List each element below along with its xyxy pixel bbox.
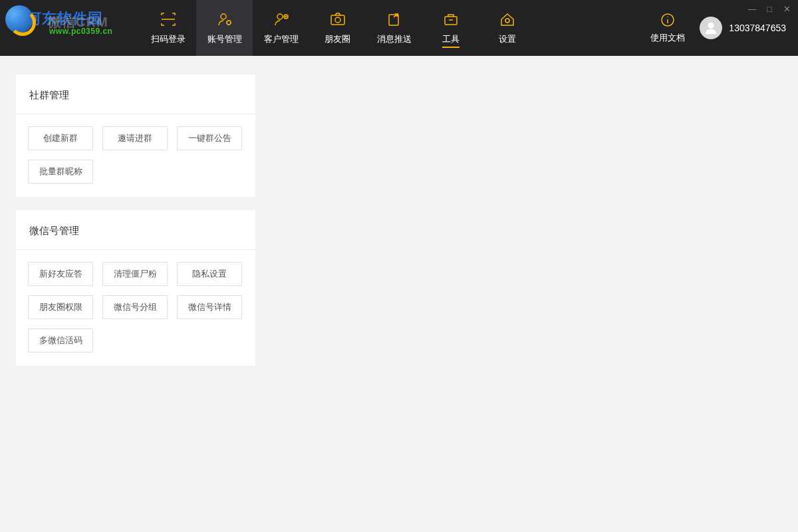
top-navbar: 河东软件园 微信CRM www.pc0359.cn 扫码登录 账号管理 客户管理 (0, 0, 798, 56)
user-gear-icon (215, 11, 234, 28)
info-icon (660, 12, 676, 28)
logo-area: 河东软件园 微信CRM www.pc0359.cn (0, 0, 140, 56)
btn-multi-livecode[interactable]: 多微信活码 (28, 329, 93, 352)
btn-group-announce[interactable]: 一键群公告 (177, 126, 242, 150)
nav-label: 朋友圈 (325, 33, 350, 45)
nav-moments[interactable]: 朋友圈 (309, 0, 366, 56)
avatar-icon (700, 17, 722, 39)
docs-link[interactable]: 使用文档 (650, 12, 685, 44)
svg-point-0 (221, 14, 226, 19)
tools-card: 社群管理 创建新群 邀请进群 一键群公告 批量群昵称 微信号管理 新好友应答 清… (16, 74, 255, 366)
nav-label: 扫码登录 (151, 33, 186, 45)
home-gear-icon (498, 11, 517, 28)
watermark-url: www.pc0359.cn (49, 27, 112, 36)
user-plus-icon (272, 11, 291, 28)
nav-tools[interactable]: 工具 (422, 0, 479, 56)
svg-rect-7 (445, 17, 457, 25)
camera-icon (329, 11, 347, 28)
btn-create-group[interactable]: 创建新群 (28, 126, 93, 150)
nav-label: 工具 (442, 33, 460, 48)
docs-label: 使用文档 (650, 32, 685, 44)
btn-clean-zombie[interactable]: 清理僵尸粉 (102, 262, 168, 286)
panel-community: 社群管理 创建新群 邀请进群 一键群公告 批量群昵称 (16, 74, 255, 197)
window-minimize-icon[interactable]: — (747, 4, 757, 13)
panel-title: 社群管理 (16, 74, 255, 114)
btn-privacy[interactable]: 隐私设置 (177, 262, 242, 286)
btn-batch-nickname[interactable]: 批量群昵称 (28, 160, 93, 184)
btn-moments-perm[interactable]: 朋友圈权限 (28, 295, 93, 319)
nav-label: 客户管理 (264, 33, 299, 45)
nav-account-mgmt[interactable]: 账号管理 (196, 0, 253, 56)
btn-wechat-detail[interactable]: 微信号详情 (177, 295, 242, 319)
btn-wechat-groups[interactable]: 微信号分组 (102, 295, 168, 319)
nav-label: 账号管理 (207, 33, 242, 45)
svg-point-1 (227, 21, 231, 25)
user-id-label: 13037847653 (729, 23, 786, 33)
user-profile[interactable]: 13037847653 (700, 17, 786, 39)
svg-point-5 (335, 17, 340, 23)
toolbox-icon (442, 11, 460, 28)
btn-new-friend-reply[interactable]: 新好友应答 (28, 262, 93, 286)
nav-label: 消息推送 (377, 33, 412, 45)
panel-title: 微信号管理 (16, 210, 255, 250)
nav-settings[interactable]: 设置 (479, 0, 535, 56)
window-close-icon[interactable]: ✕ (782, 4, 791, 13)
btn-invite-group[interactable]: 邀请进群 (102, 126, 168, 150)
nav-customer-mgmt[interactable]: 客户管理 (253, 0, 309, 56)
window-maximize-icon[interactable]: □ (765, 4, 774, 13)
nav-message-push[interactable]: 消息推送 (366, 0, 422, 56)
nav-scan-login[interactable]: 扫码登录 (140, 0, 196, 56)
nav-tabs: 扫码登录 账号管理 客户管理 朋友圈 消息推送 (140, 0, 535, 56)
svg-point-2 (277, 14, 283, 19)
share-icon (385, 11, 404, 28)
svg-rect-4 (331, 15, 344, 25)
panel-wechat: 微信号管理 新好友应答 清理僵尸粉 隐私设置 朋友圈权限 微信号分组 微信号详情… (16, 210, 255, 366)
scan-icon (159, 11, 178, 28)
svg-point-10 (708, 23, 714, 29)
svg-point-8 (505, 19, 509, 23)
page-body: 社群管理 创建新群 邀请进群 一键群公告 批量群昵称 微信号管理 新好友应答 清… (0, 56, 798, 384)
nav-label: 设置 (499, 33, 516, 45)
